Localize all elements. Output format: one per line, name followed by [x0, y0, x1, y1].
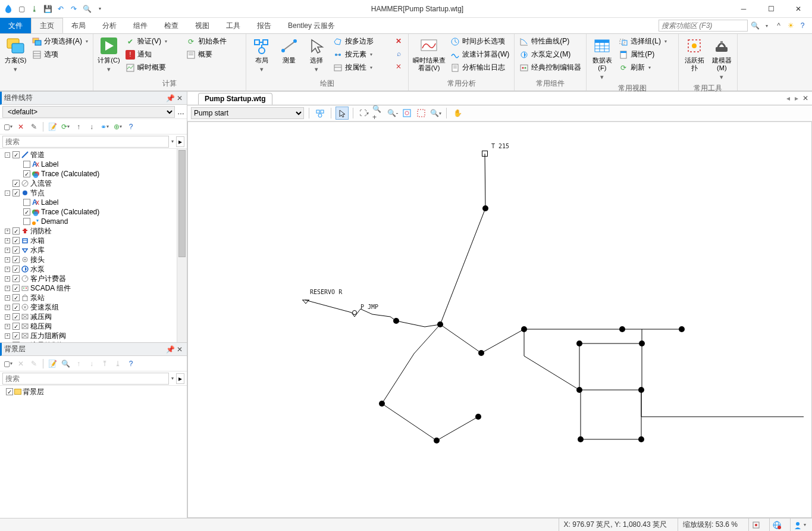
expand-toggle[interactable]: +: [5, 238, 10, 243]
tree-checkbox[interactable]: [23, 170, 30, 177]
close-button[interactable]: ✕: [785, 0, 812, 18]
expand-toggle[interactable]: -: [5, 152, 10, 158]
tree-node[interactable]: +水库: [0, 245, 187, 255]
preset-more-icon[interactable]: …: [177, 108, 184, 116]
active-topology-button[interactable]: 活跃拓扑: [681, 35, 707, 73]
tab-report[interactable]: 报告: [249, 18, 280, 33]
tree-checkbox[interactable]: [23, 161, 30, 168]
tree-checkbox[interactable]: [23, 208, 30, 215]
tree-node[interactable]: +变速泵组: [0, 302, 187, 312]
calculate-button[interactable]: 计算(C)▾: [96, 35, 122, 74]
tree-checkbox[interactable]: [12, 323, 20, 330]
search-dropdown-icon[interactable]: ▾: [171, 139, 174, 144]
tab-next-icon[interactable]: ▸: [793, 93, 800, 103]
status-globe-icon[interactable]: [772, 520, 782, 530]
properties-button[interactable]: 属性(P): [616, 48, 676, 61]
tree-checkbox[interactable]: [12, 189, 20, 196]
search-icon[interactable]: 🔍: [750, 21, 760, 30]
tree-node[interactable]: +压力阻断阀: [0, 331, 187, 341]
tree-node[interactable]: +减压阀: [0, 312, 187, 321]
reservoir-symbol[interactable]: [302, 298, 310, 306]
wave-calculator-button[interactable]: 波速计算器(W): [448, 48, 512, 61]
tree-node[interactable]: Demand: [0, 217, 187, 226]
minimize-button[interactable]: ─: [730, 0, 757, 18]
junction-node[interactable]: [576, 387, 582, 393]
classic-control-editor-button[interactable]: 经典控制编辑器: [517, 61, 584, 74]
tab-components[interactable]: 组件: [125, 18, 156, 33]
open-icon[interactable]: ⭳: [30, 4, 39, 14]
expand-toggle[interactable]: +: [5, 295, 10, 301]
select-by-polygon-button[interactable]: 按多边形: [331, 35, 390, 48]
tree-checkbox[interactable]: [23, 218, 30, 225]
tab-view[interactable]: 视图: [187, 18, 218, 33]
layout-mode-icon[interactable]: [314, 107, 326, 119]
pointer-tool-icon[interactable]: [336, 107, 348, 119]
zoom-in-icon[interactable]: 🔍+: [372, 107, 384, 119]
tree-node[interactable]: +消防栓: [0, 226, 187, 236]
ribbon-dropdown-icon[interactable]: ▾: [762, 21, 772, 30]
tree-scrollbar[interactable]: [177, 149, 187, 342]
lightbulb-icon[interactable]: ☀: [786, 21, 795, 30]
tab-review[interactable]: 检查: [156, 18, 187, 33]
selection-set-button[interactable]: 选择组(L)▾: [616, 35, 676, 48]
redo-icon[interactable]: ↷: [69, 4, 79, 14]
tree-checkbox[interactable]: [12, 237, 20, 244]
junction-node[interactable]: [639, 341, 645, 346]
expand-toggle[interactable]: [15, 200, 21, 205]
junction-node[interactable]: [521, 326, 527, 332]
expand-toggle[interactable]: +: [5, 257, 10, 263]
tree-node[interactable]: AxLabel: [0, 198, 187, 207]
expand-toggle[interactable]: +: [5, 305, 10, 310]
sync-icon[interactable]: ⟳▾: [60, 121, 71, 132]
select-by-attribute-button[interactable]: 按属性▾: [331, 61, 390, 74]
timestep-options-button[interactable]: 时间步长选项: [448, 35, 512, 48]
delete-selection-button[interactable]: ✕: [391, 35, 406, 47]
tree-checkbox[interactable]: [12, 246, 20, 254]
layer-bottom-icon[interactable]: ⤓: [112, 358, 123, 369]
initial-conditions-button[interactable]: ⟳初始条件: [184, 35, 243, 48]
expand-toggle[interactable]: +: [5, 286, 10, 291]
tree-checkbox[interactable]: [12, 313, 20, 320]
junction-node[interactable]: [576, 341, 582, 346]
search-go-icon[interactable]: ▸: [176, 136, 184, 147]
junction-node[interactable]: [379, 401, 385, 407]
junction-node[interactable]: [478, 350, 484, 356]
bg-search-dropdown-icon[interactable]: ▾: [171, 376, 174, 381]
modeler-button[interactable]: 建模器(M)▾: [708, 35, 735, 82]
tree-node[interactable]: -节点: [0, 188, 187, 198]
tree-node[interactable]: +稳压阀: [0, 321, 187, 331]
tree-node[interactable]: +泵站: [0, 293, 187, 302]
zoom-previous-icon[interactable]: 🔍▾: [429, 107, 441, 119]
junction-node[interactable]: [437, 321, 443, 327]
tree-checkbox[interactable]: [12, 285, 20, 292]
tab-home[interactable]: 主页: [31, 18, 63, 33]
tree-node[interactable]: Trace (Calculated): [0, 207, 187, 217]
bg-help-icon[interactable]: ?: [126, 358, 136, 369]
options-button[interactable]: 选项: [30, 48, 90, 61]
tree-checkbox[interactable]: [12, 304, 20, 311]
background-search-input[interactable]: [2, 373, 169, 385]
scenario-select[interactable]: Pump start: [191, 107, 304, 119]
layer-top-icon[interactable]: ⤒: [99, 358, 110, 369]
tank-symbol[interactable]: [482, 151, 488, 157]
data-table-button[interactable]: 数据表(F)▾: [589, 35, 615, 82]
panel-close-icon[interactable]: ✕: [175, 345, 184, 354]
expand-toggle[interactable]: +: [5, 267, 10, 272]
symbology-preset-select[interactable]: <default>: [2, 106, 175, 118]
tree-checkbox[interactable]: [12, 294, 20, 301]
junction-node[interactable]: [679, 326, 685, 332]
tab-tools[interactable]: 工具: [218, 18, 249, 33]
junction-node[interactable]: [475, 414, 481, 420]
rename-layer-icon[interactable]: ✎: [29, 358, 39, 369]
delete-layer-icon[interactable]: ✕: [15, 358, 26, 369]
print-preview-icon[interactable]: 🔍: [82, 4, 92, 14]
tree-checkbox[interactable]: [12, 332, 20, 339]
analysis-log-button[interactable]: 分析输出日志: [448, 61, 512, 74]
status-user-icon[interactable]: [793, 520, 802, 530]
layer-down-icon[interactable]: ↓: [86, 358, 97, 369]
characteristic-curve-button[interactable]: 特性曲线(P): [517, 35, 584, 48]
tree-checkbox[interactable]: [12, 180, 20, 187]
background-tree[interactable]: 背景层: [0, 386, 187, 398]
summary-button[interactable]: 概要: [184, 48, 243, 61]
rename-icon[interactable]: ✎: [29, 121, 39, 132]
